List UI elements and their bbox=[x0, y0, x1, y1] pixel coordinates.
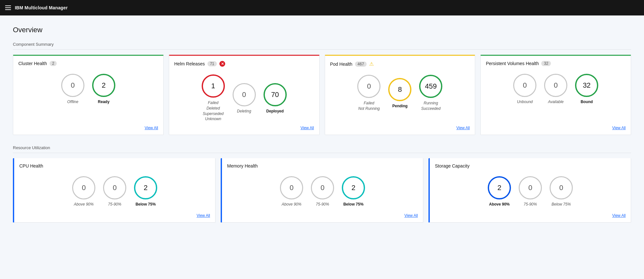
circle-storage-below75-ring: 0 bbox=[550, 176, 573, 199]
circle-storage-75to90-ring: 0 bbox=[519, 176, 542, 199]
circle-mem-75to90-label: 75-90% bbox=[316, 202, 329, 207]
circle-bound-label: Bound bbox=[581, 100, 593, 104]
circle-failed-label: Failed Deleted Superseded Unknown bbox=[203, 100, 224, 122]
circle-mem-above90: 0 Above 90% bbox=[280, 176, 303, 207]
cpu-health-view-all[interactable]: View All bbox=[197, 213, 210, 218]
storage-capacity-header: Storage Capacity bbox=[435, 163, 626, 168]
circle-offline-label: Offline bbox=[67, 100, 79, 104]
storage-capacity-card: Storage Capacity 2 Above 90% 0 75-90% bbox=[428, 158, 631, 223]
pv-health-badge: 32 bbox=[541, 61, 551, 66]
circle-pending-label: Pending bbox=[392, 104, 408, 108]
cluster-health-circles: 0 Offline 2 Ready bbox=[18, 71, 158, 112]
circle-mem-below75-ring: 2 bbox=[342, 176, 365, 199]
circle-deployed-label: Deployed bbox=[266, 109, 284, 113]
cluster-health-badge: 2 bbox=[50, 61, 57, 66]
circle-cpu-75to90: 0 75-90% bbox=[103, 176, 126, 207]
circle-deleting-ring: 0 bbox=[233, 83, 256, 106]
menu-button[interactable] bbox=[5, 5, 11, 10]
circle-cpu-above90-ring: 0 bbox=[72, 176, 95, 199]
resource-utilization-grid: CPU Health 0 Above 90% 0 75-90% bbox=[13, 158, 631, 223]
cpu-health-card: CPU Health 0 Above 90% 0 75-90% bbox=[13, 158, 216, 223]
memory-health-view-all[interactable]: View All bbox=[404, 213, 418, 218]
circle-running-succeeded: 459 Running Succeeded bbox=[419, 75, 442, 111]
circle-storage-75to90: 0 75-90% bbox=[519, 176, 542, 207]
memory-health-circles: 0 Above 90% 0 75-90% 2 Below 75% bbox=[227, 174, 418, 214]
storage-capacity-circles: 2 Above 90% 0 75-90% 0 Below 75% bbox=[435, 174, 626, 214]
storage-capacity-view-all[interactable]: View All bbox=[612, 213, 626, 218]
circle-deployed: 70 Deployed bbox=[264, 83, 287, 113]
circle-bound-ring: 32 bbox=[575, 74, 598, 97]
helm-releases-title: Helm Releases bbox=[174, 61, 205, 66]
circle-unbound-ring: 0 bbox=[513, 74, 536, 97]
helm-releases-view-all[interactable]: View All bbox=[301, 126, 314, 130]
circle-deleting: 0 Deleting bbox=[233, 83, 256, 113]
circle-storage-above90-ring: 2 bbox=[488, 176, 511, 199]
circle-storage-75to90-label: 75-90% bbox=[524, 202, 537, 207]
helm-releases-badge: 71 bbox=[207, 61, 217, 66]
circle-pending-ring: 8 bbox=[388, 78, 411, 101]
pod-health-badge: 467 bbox=[355, 62, 367, 67]
circle-cpu-above90: 0 Above 90% bbox=[72, 176, 95, 207]
helm-releases-error-icon: ✕ bbox=[219, 61, 225, 67]
circle-cpu-below75-label: Below 75% bbox=[136, 202, 156, 207]
page-title: Overview bbox=[13, 26, 631, 34]
circle-offline: 0 Offline bbox=[61, 74, 84, 104]
helm-releases-circles: 1 Failed Deleted Superseded Unknown 0 De… bbox=[174, 72, 314, 130]
page-content: Overview Component Summary Cluster Healt… bbox=[0, 15, 644, 243]
circle-unbound-label: Unbound bbox=[517, 100, 533, 104]
circle-mem-above90-label: Above 90% bbox=[282, 202, 301, 207]
circle-cpu-75to90-label: 75-90% bbox=[108, 202, 121, 207]
circle-failed: 1 Failed Deleted Superseded Unknown bbox=[202, 74, 225, 122]
resource-utilization-label: Resource Utilization bbox=[13, 145, 631, 153]
circle-storage-above90: 2 Above 90% bbox=[488, 176, 511, 207]
app-title: IBM Multicloud Manager bbox=[15, 5, 68, 10]
circle-pending: 8 Pending bbox=[388, 78, 411, 108]
pod-health-header: Pod Health 467 ⚠ bbox=[330, 61, 470, 67]
circle-ready-ring: 2 bbox=[92, 74, 115, 97]
circle-deleting-label: Deleting bbox=[237, 109, 251, 113]
circle-mem-below75-label: Below 75% bbox=[343, 202, 364, 207]
circle-failed-notrunning: 0 Failed Not Running bbox=[357, 75, 380, 111]
cluster-health-title: Cluster Health bbox=[18, 61, 47, 66]
pod-health-circles: 0 Failed Not Running 8 Pending 459 Runni… bbox=[330, 72, 470, 119]
cluster-health-header: Cluster Health 2 bbox=[18, 61, 158, 66]
circle-unbound: 0 Unbound bbox=[513, 74, 536, 104]
memory-health-header: Memory Health bbox=[227, 163, 418, 168]
helm-releases-card: Helm Releases 71 ✕ 1 Failed Deleted Supe… bbox=[169, 55, 320, 135]
storage-capacity-title: Storage Capacity bbox=[435, 163, 469, 168]
cpu-health-header: CPU Health bbox=[19, 163, 210, 168]
pod-health-warning-icon: ⚠ bbox=[369, 61, 374, 67]
pod-health-view-all[interactable]: View All bbox=[456, 126, 470, 130]
circle-running-succeeded-label: Running Succeeded bbox=[421, 101, 440, 111]
circle-offline-ring: 0 bbox=[61, 74, 84, 97]
circle-cpu-below75-ring: 2 bbox=[134, 176, 157, 199]
cluster-health-view-all[interactable]: View All bbox=[145, 126, 158, 130]
pod-health-title: Pod Health bbox=[330, 62, 352, 67]
component-summary-label: Component Summary bbox=[13, 42, 631, 50]
circle-mem-75to90: 0 75-90% bbox=[311, 176, 334, 207]
circle-available-ring: 0 bbox=[544, 74, 567, 97]
circle-available: 0 Available bbox=[544, 74, 567, 104]
pv-health-circles: 0 Unbound 0 Available 32 Bound bbox=[486, 71, 626, 112]
circle-failed-ring: 1 bbox=[202, 74, 225, 98]
circle-available-label: Available bbox=[548, 100, 563, 104]
cpu-health-circles: 0 Above 90% 0 75-90% 2 Below 75% bbox=[19, 174, 210, 214]
component-summary-grid: Cluster Health 2 0 Offline 2 Ready View … bbox=[13, 55, 631, 135]
circle-ready-label: Ready bbox=[98, 100, 110, 104]
cpu-health-title: CPU Health bbox=[19, 163, 43, 168]
memory-health-card: Memory Health 0 Above 90% 0 75-90% bbox=[221, 158, 423, 223]
circle-deployed-ring: 70 bbox=[264, 83, 287, 106]
helm-releases-header: Helm Releases 71 ✕ bbox=[174, 61, 314, 67]
circle-ready: 2 Ready bbox=[92, 74, 115, 104]
pv-health-view-all[interactable]: View All bbox=[612, 126, 626, 130]
circle-mem-75to90-ring: 0 bbox=[311, 176, 334, 199]
circle-failed-notrunning-label: Failed Not Running bbox=[358, 101, 380, 111]
circle-failed-notrunning-ring: 0 bbox=[357, 75, 380, 98]
circle-mem-below75: 2 Below 75% bbox=[342, 176, 365, 207]
circle-storage-below75: 0 Below 75% bbox=[550, 176, 573, 207]
topnav: IBM Multicloud Manager bbox=[0, 0, 644, 15]
circle-bound: 32 Bound bbox=[575, 74, 598, 104]
circle-storage-above90-label: Above 90% bbox=[489, 202, 510, 207]
circle-cpu-above90-label: Above 90% bbox=[74, 202, 93, 207]
circle-storage-below75-label: Below 75% bbox=[552, 202, 571, 207]
